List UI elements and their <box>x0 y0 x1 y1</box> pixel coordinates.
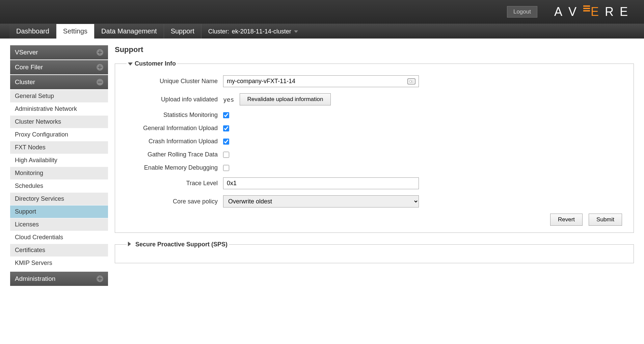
triangle-right-icon <box>128 242 133 246</box>
cluster-prefix: Cluster: <box>208 28 229 35</box>
tab-support[interactable]: Support <box>164 24 202 39</box>
id-card-icon <box>407 78 415 84</box>
trace-level-input[interactable] <box>223 177 419 189</box>
cluster-selector[interactable]: Cluster: ek-2018-11-14-cluster <box>202 25 305 39</box>
fieldset-legend-text: Customer Info <box>135 60 176 67</box>
logout-button[interactable]: Logout <box>507 6 537 18</box>
sidebar-item-cloud-credentials[interactable]: Cloud Credentials <box>10 231 108 244</box>
tab-data-management[interactable]: Data Management <box>95 24 164 39</box>
brand-logo: AVERE <box>554 5 634 19</box>
fieldset-legend[interactable]: Customer Info <box>127 60 177 67</box>
main-content: Support Customer Info Unique Cluster Nam… <box>115 45 634 287</box>
sidebar-section-cluster[interactable]: Cluster <box>10 75 108 89</box>
stats-monitoring-checkbox[interactable] <box>223 112 229 118</box>
upload-validated-value: yes <box>223 96 234 103</box>
cluster-name: ek-2018-11-14-cluster <box>232 28 291 35</box>
tab-settings[interactable]: Settings <box>56 24 95 39</box>
core-save-policy-select[interactable]: Overwrite oldest <box>223 195 419 207</box>
sidebar-section-administration[interactable]: Administration <box>10 272 108 286</box>
submit-button[interactable]: Submit <box>589 214 622 226</box>
sidebar-item-kmip-servers[interactable]: KMIP Servers <box>10 257 108 270</box>
mem-debug-checkbox[interactable] <box>223 165 229 171</box>
chevron-down-icon <box>294 30 298 33</box>
sidebar-section-title: Cluster <box>15 78 35 86</box>
logo-bars-icon <box>583 5 590 11</box>
page-title: Support <box>115 45 634 54</box>
plus-icon <box>97 49 103 56</box>
label-crash-upload: Crash Information Upload <box>127 138 218 145</box>
plus-icon <box>97 275 103 282</box>
label-core-save: Core save policy <box>127 198 218 205</box>
revert-button[interactable]: Revert <box>550 214 583 226</box>
minus-icon <box>97 79 103 85</box>
label-stats-monitoring: Statistics Monitoring <box>127 112 218 119</box>
topbar: Logout AVERE <box>0 0 644 24</box>
sidebar-item-cluster-networks[interactable]: Cluster Networks <box>10 116 108 128</box>
plus-icon <box>97 64 103 71</box>
label-mem-debug: Enable Memory Debugging <box>127 164 218 171</box>
fieldset-customer-info: Customer Info Unique Cluster Name Upload… <box>115 60 634 233</box>
fieldset-legend-text: Secure Proactive Support (SPS) <box>135 241 227 248</box>
tabbar: Dashboard Settings Data Management Suppo… <box>0 24 644 39</box>
label-general-upload: General Information Upload <box>127 125 218 132</box>
sidebar-item-support[interactable]: Support <box>10 205 108 218</box>
sidebar-section-title: Administration <box>15 275 55 282</box>
rolling-trace-checkbox[interactable] <box>223 152 229 158</box>
sidebar-item-fxt-nodes[interactable]: FXT Nodes <box>10 141 108 154</box>
general-upload-checkbox[interactable] <box>223 125 229 131</box>
sidebar: VServer Core Filer Cluster General Setup… <box>10 45 108 287</box>
label-trace-level: Trace Level <box>127 180 218 187</box>
sidebar-item-high-availability[interactable]: High Availability <box>10 154 108 167</box>
sidebar-section-corefiler[interactable]: Core Filer <box>10 60 108 74</box>
sidebar-item-proxy-config[interactable]: Proxy Configuration <box>10 128 108 141</box>
tab-dashboard[interactable]: Dashboard <box>9 24 56 39</box>
crash-upload-checkbox[interactable] <box>223 139 229 145</box>
sidebar-section-vserver[interactable]: VServer <box>10 45 108 59</box>
sidebar-item-admin-network[interactable]: Administrative Network <box>10 103 108 116</box>
sidebar-section-title: Core Filer <box>15 64 43 71</box>
sidebar-section-title: VServer <box>15 49 38 56</box>
sidebar-item-schedules[interactable]: Schedules <box>10 180 108 193</box>
unique-cluster-name-input[interactable] <box>223 75 419 87</box>
sidebar-item-certificates[interactable]: Certificates <box>10 244 108 257</box>
triangle-down-icon <box>128 63 133 66</box>
sidebar-item-general-setup[interactable]: General Setup <box>10 90 108 103</box>
sidebar-item-monitoring[interactable]: Monitoring <box>10 167 108 180</box>
sidebar-item-directory-services[interactable]: Directory Services <box>10 193 108 205</box>
fieldset-sps: Secure Proactive Support (SPS) <box>115 241 634 263</box>
label-upload-validated: Upload info validated <box>127 96 218 103</box>
label-rolling-trace: Gather Rolling Trace Data <box>127 151 218 158</box>
fieldset-legend[interactable]: Secure Proactive Support (SPS) <box>127 241 229 248</box>
sidebar-item-licenses[interactable]: Licenses <box>10 218 108 231</box>
revalidate-button[interactable]: Revalidate upload information <box>240 93 331 105</box>
label-unique-cluster-name: Unique Cluster Name <box>127 78 218 85</box>
